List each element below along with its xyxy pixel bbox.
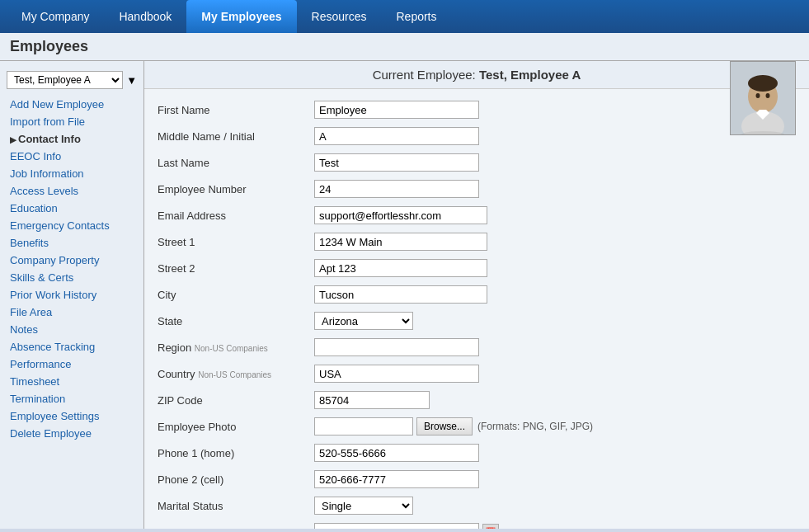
state-row: State Arizona California Texas New York <box>158 310 796 332</box>
region-note: Non-US Companies <box>195 344 268 353</box>
main-layout: Test, Employee A ▼ Add New Employee Impo… <box>0 61 809 529</box>
first-name-label: First Name <box>158 104 314 116</box>
content-area: Current Employee: Test, Employee A <box>144 61 809 529</box>
nav-tab-reports[interactable]: Reports <box>381 0 451 33</box>
employee-number-row: Employee Number <box>158 178 796 200</box>
dob-label: Date Of Birth <box>158 526 314 530</box>
dob-row: Date Of Birth 📅 <box>158 521 796 529</box>
employee-header: Current Employee: Test, Employee A <box>144 61 809 89</box>
sidebar-item-job-information[interactable]: Job Information <box>0 165 143 182</box>
sidebar-item-employee-settings[interactable]: Employee Settings <box>0 407 143 425</box>
zip-input[interactable] <box>314 391 430 409</box>
marital-status-select[interactable]: Single Married Divorced <box>314 497 413 515</box>
sidebar-item-emergency-contacts[interactable]: Emergency Contacts <box>0 217 143 234</box>
employee-select[interactable]: Test, Employee A <box>7 71 123 89</box>
photo-file-input[interactable] <box>314 417 413 435</box>
active-arrow-icon: ▶ <box>10 135 16 144</box>
sidebar-item-skills-certs[interactable]: Skills & Certs <box>0 269 143 286</box>
employee-number-label: Employee Number <box>158 183 314 195</box>
formats-note: (Formats: PNG, GIF, JPG) <box>477 421 593 432</box>
sidebar: Test, Employee A ▼ Add New Employee Impo… <box>0 61 144 529</box>
street2-row: Street 2 <box>158 257 796 279</box>
dob-input[interactable] <box>314 523 479 529</box>
last-name-row: Last Name <box>158 152 796 173</box>
sidebar-item-delete-employee[interactable]: Delete Employee <box>0 425 143 442</box>
svg-point-6 <box>766 93 770 98</box>
nav-tab-my-employees[interactable]: My Employees <box>186 0 296 33</box>
state-select[interactable]: Arizona California Texas New York <box>314 312 413 330</box>
country-label: Country Non-US Companies <box>158 368 314 380</box>
middle-name-row: Middle Name / Initial <box>158 125 796 147</box>
employee-photo-display <box>730 61 796 135</box>
sidebar-item-notes[interactable]: Notes <box>0 321 143 338</box>
browse-button[interactable]: Browse... <box>416 417 473 435</box>
phone1-input[interactable] <box>314 444 479 462</box>
state-label: State <box>158 315 314 327</box>
marital-status-label: Marital Status <box>158 500 314 512</box>
country-row: Country Non-US Companies <box>158 363 796 384</box>
sidebar-item-company-property[interactable]: Company Property <box>0 252 143 269</box>
employee-photo-svg <box>731 62 795 134</box>
svg-point-4 <box>748 75 778 92</box>
sidebar-item-file-area[interactable]: File Area <box>0 304 143 321</box>
phone2-row: Phone 2 (cell) <box>158 468 796 490</box>
sidebar-item-absence-tracking[interactable]: Absence Tracking <box>0 338 143 355</box>
zip-row: ZIP Code <box>158 389 796 411</box>
last-name-input[interactable] <box>314 153 479 172</box>
city-label: City <box>158 289 314 301</box>
photo-upload-row: Employee Photo Browse... (Formats: PNG, … <box>158 416 796 437</box>
street2-label: Street 2 <box>158 262 314 275</box>
phone2-input[interactable] <box>314 470 479 488</box>
middle-name-input[interactable] <box>314 127 479 145</box>
dob-calendar-icon[interactable]: 📅 <box>482 524 499 529</box>
phone1-label: Phone 1 (home) <box>158 447 314 459</box>
middle-name-label: Middle Name / Initial <box>158 130 314 143</box>
phone2-label: Phone 2 (cell) <box>158 473 314 486</box>
street1-input[interactable] <box>314 233 487 251</box>
street1-row: Street 1 <box>158 231 796 252</box>
phone1-row: Phone 1 (home) <box>158 442 796 464</box>
top-navigation: My Company Handbook My Employees Resourc… <box>0 0 809 33</box>
svg-point-5 <box>756 93 760 98</box>
employee-header-container: Current Employee: Test, Employee A <box>144 61 809 89</box>
sidebar-item-access-levels[interactable]: Access Levels <box>0 182 143 200</box>
current-employee-label: Current Employee: <box>373 68 476 82</box>
city-row: City <box>158 284 796 305</box>
nav-tab-resources[interactable]: Resources <box>297 0 382 33</box>
sidebar-item-performance[interactable]: Performance <box>0 355 143 373</box>
email-row: Email Address <box>158 205 796 226</box>
region-label: Region Non-US Companies <box>158 341 314 354</box>
zip-label: ZIP Code <box>158 394 314 407</box>
country-note: Non-US Companies <box>198 370 271 379</box>
employee-name: Test, Employee A <box>479 68 581 82</box>
nav-tab-my-company[interactable]: My Company <box>7 0 104 33</box>
last-name-label: Last Name <box>158 157 314 169</box>
sidebar-item-contact-info[interactable]: ▶Contact Info <box>0 130 143 148</box>
street1-label: Street 1 <box>158 236 314 248</box>
sidebar-item-benefits[interactable]: Benefits <box>0 234 143 252</box>
photo-upload-label: Employee Photo <box>158 421 314 433</box>
sidebar-item-termination[interactable]: Termination <box>0 390 143 407</box>
employee-number-input[interactable] <box>314 180 479 198</box>
first-name-row: First Name <box>158 99 796 120</box>
dropdown-arrow-icon: ▼ <box>126 74 137 87</box>
street2-input[interactable] <box>314 259 487 277</box>
sidebar-item-timesheet[interactable]: Timesheet <box>0 373 143 390</box>
country-input[interactable] <box>314 365 479 383</box>
region-input[interactable] <box>314 338 479 356</box>
sidebar-item-education[interactable]: Education <box>0 200 143 217</box>
sidebar-item-import-from-file[interactable]: Import from File <box>0 113 143 130</box>
sidebar-item-add-new-employee[interactable]: Add New Employee <box>0 96 143 113</box>
marital-status-row: Marital Status Single Married Divorced <box>158 495 796 516</box>
employee-dropdown-container: Test, Employee A ▼ <box>7 71 137 89</box>
email-label: Email Address <box>158 210 314 222</box>
sidebar-item-prior-work-history[interactable]: Prior Work History <box>0 286 143 304</box>
page-title: Employees <box>0 33 809 61</box>
sidebar-item-eeoc-info[interactable]: EEOC Info <box>0 148 143 165</box>
nav-tab-handbook[interactable]: Handbook <box>104 0 186 33</box>
first-name-input[interactable] <box>314 101 479 119</box>
region-row: Region Non-US Companies <box>158 337 796 358</box>
contact-info-form: First Name Middle Name / Initial Last Na… <box>144 89 809 529</box>
city-input[interactable] <box>314 285 487 304</box>
email-input[interactable] <box>314 206 487 224</box>
